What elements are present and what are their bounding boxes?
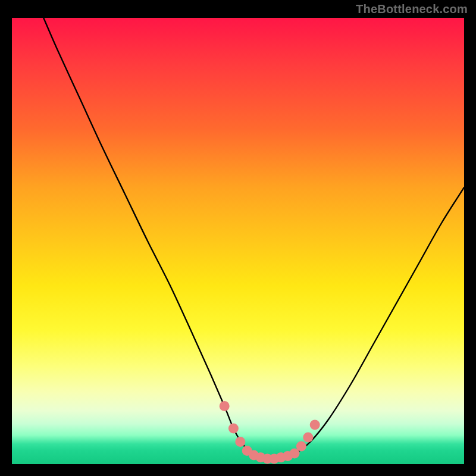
trough-marker <box>235 437 245 447</box>
trough-marker <box>220 401 230 411</box>
trough-markers <box>220 401 320 464</box>
bottleneck-curve <box>43 18 464 459</box>
curve-layer <box>12 18 464 464</box>
plot-area <box>12 18 464 464</box>
trough-marker <box>296 441 306 452</box>
chart-frame: TheBottleneck.com <box>0 0 476 476</box>
trough-marker <box>303 433 313 443</box>
trough-marker <box>310 420 320 430</box>
trough-marker <box>228 424 239 434</box>
watermark-text: TheBottleneck.com <box>356 2 468 16</box>
